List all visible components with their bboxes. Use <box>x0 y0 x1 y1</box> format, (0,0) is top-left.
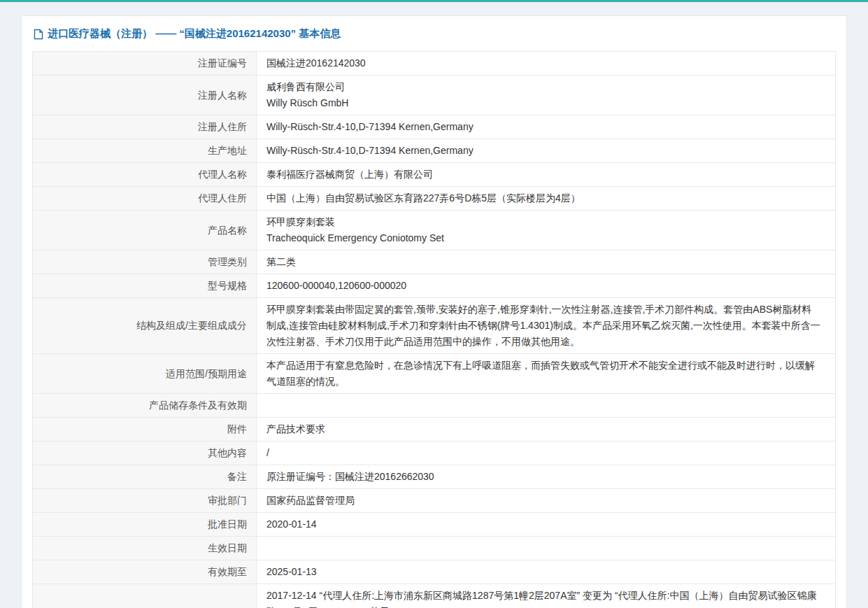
row-label: 附件 <box>33 418 257 441</box>
row-value: / <box>257 441 836 465</box>
row-value-line: 威利鲁西有限公司 <box>266 79 821 95</box>
row-value: 中国（上海）自由贸易试验区东育路227弄6号D栋5层（实际楼层为4层） <box>257 187 836 211</box>
row-value <box>257 537 836 560</box>
row-value: 2020-01-14 <box>257 513 836 537</box>
row-label: 代理人住所 <box>33 187 257 211</box>
table-row: 生效日期 <box>33 537 836 560</box>
row-value-line: 120600-000040,120600-000020 <box>266 278 821 294</box>
table-row: 注册证编号国械注进20162142030 <box>33 52 836 76</box>
row-value: 原注册证编号：国械注进20162662030 <box>257 465 836 489</box>
row-label: 生产地址 <box>33 139 257 163</box>
table-row: 其他内容/ <box>33 441 836 465</box>
row-value-line: / <box>266 445 821 461</box>
row-label: 注册证编号 <box>33 52 257 76</box>
row-value: 产品技术要求 <box>257 418 836 441</box>
row-value-line: 原注册证编号：国械注进20162662030 <box>266 469 821 485</box>
row-value-line: 环甲膜穿刺套装由带固定翼的套管,颈带,安装好的塞子,锥形穿刺针,一次性注射器,连… <box>266 302 821 350</box>
table-row: 备注原注册证编号：国械注进20162662030 <box>33 465 836 489</box>
table-row: 附件产品技术要求 <box>33 418 836 441</box>
row-value-line: 国家药品监督管理局 <box>266 493 821 509</box>
row-value: 2017-12-14 “代理人住所:上海市浦东新区商城路1287号第1幢2层20… <box>257 584 836 608</box>
row-label: 注册人住所 <box>33 115 257 139</box>
table-row: 注册人住所Willy-Rüsch-Str.4-10,D-71394 Kernen… <box>33 115 836 139</box>
row-label: 代理人名称 <box>33 163 257 187</box>
row-value-line: 2020-01-14 <box>266 516 821 532</box>
row-value-line: 第二类 <box>266 254 821 270</box>
row-label: 管理类别 <box>33 250 257 274</box>
row-value: Willy-Rüsch-Str.4-10,D-71394 Kernen,Germ… <box>257 139 836 163</box>
row-label: 生效日期 <box>33 537 257 560</box>
row-value: 国家药品监督管理局 <box>257 489 836 513</box>
row-value-line: 泰利福医疗器械商贸（上海）有限公司 <box>266 167 821 183</box>
table-row: 型号规格120600-000040,120600-000020 <box>33 274 836 298</box>
table-row: 批准日期2020-01-14 <box>33 513 836 537</box>
row-label <box>33 584 257 608</box>
row-label: 备注 <box>33 465 257 489</box>
row-value: 2025-01-13 <box>257 560 836 584</box>
row-label: 适用范围/预期用途 <box>33 354 257 394</box>
top-accent-bar <box>0 0 868 2</box>
page-title: 进口医疗器械（注册） —— “国械注进20162142030” 基本信息 <box>48 27 341 41</box>
row-value-line: 2025-01-13 <box>266 564 821 580</box>
row-label: 注册人名称 <box>33 76 257 115</box>
table-row: 适用范围/预期用途本产品适用于有窒息危险时，在急诊情况下有上呼吸道阻塞，而插管失… <box>33 354 836 394</box>
row-value-line: Willy Rüsch GmbH <box>266 95 821 111</box>
table-row: 2017-12-14 “代理人住所:上海市浦东新区商城路1287号第1幢2层20… <box>33 584 836 608</box>
row-value <box>257 394 836 418</box>
row-value: 第二类 <box>257 250 836 274</box>
table-row: 结构及组成/主要组成成分环甲膜穿刺套装由带固定翼的套管,颈带,安装好的塞子,锥形… <box>33 298 836 354</box>
row-value-line: Willy-Rüsch-Str.4-10,D-71394 Kernen,Germ… <box>266 143 821 159</box>
row-label: 产品储存条件及有效期 <box>33 394 257 418</box>
table-row: 审批部门国家药品监督管理局 <box>33 489 836 513</box>
row-value: 本产品适用于有窒息危险时，在急诊情况下有上呼吸道阻塞，而插管失败或气管切开术不能… <box>257 354 836 394</box>
row-label: 型号规格 <box>33 274 257 298</box>
info-table: 注册证编号国械注进20162142030注册人名称威利鲁西有限公司Willy R… <box>32 51 836 608</box>
table-row: 注册人名称威利鲁西有限公司Willy Rüsch GmbH <box>33 76 836 115</box>
document-icon <box>34 29 43 40</box>
table-row: 代理人住所中国（上海）自由贸易试验区东育路227弄6号D栋5层（实际楼层为4层） <box>33 187 836 211</box>
row-label: 批准日期 <box>33 513 257 537</box>
row-value-line: 环甲膜穿刺套装 <box>266 214 821 230</box>
table-row: 代理人名称泰利福医疗器械商贸（上海）有限公司 <box>33 163 836 187</box>
table-row: 生产地址Willy-Rüsch-Str.4-10,D-71394 Kernen,… <box>33 139 836 163</box>
row-value-line <box>266 540 821 556</box>
row-value-line: 产品技术要求 <box>266 421 821 437</box>
table-row: 管理类别第二类 <box>33 250 836 274</box>
row-value: 泰利福医疗器械商贸（上海）有限公司 <box>257 163 836 187</box>
row-label: 有效期至 <box>33 560 257 584</box>
row-label: 审批部门 <box>33 489 257 513</box>
content-card: 进口医疗器械（注册） —— “国械注进20162142030” 基本信息 注册证… <box>21 15 847 608</box>
row-value: 环甲膜穿刺套装Tracheoquick Emergency Coniotomy … <box>257 211 836 250</box>
row-label: 结构及组成/主要组成成分 <box>33 298 257 354</box>
table-row: 产品名称环甲膜穿刺套装Tracheoquick Emergency Coniot… <box>33 211 836 250</box>
row-value-line <box>266 397 821 413</box>
row-value-line: Tracheoquick Emergency Coniotomy Set <box>266 230 821 246</box>
row-value: 威利鲁西有限公司Willy Rüsch GmbH <box>257 76 836 115</box>
row-value: 环甲膜穿刺套装由带固定翼的套管,颈带,安装好的塞子,锥形穿刺针,一次性注射器,连… <box>257 298 836 354</box>
page-title-row: 进口医疗器械（注册） —— “国械注进20162142030” 基本信息 <box>32 25 836 51</box>
info-table-body: 注册证编号国械注进20162142030注册人名称威利鲁西有限公司Willy R… <box>33 52 836 608</box>
table-row: 产品储存条件及有效期 <box>33 394 836 418</box>
row-label: 产品名称 <box>33 211 257 250</box>
row-value-line: 国械注进20162142030 <box>266 55 821 71</box>
row-value-line: Willy-Rüsch-Str.4-10,D-71394 Kernen,Germ… <box>266 119 821 135</box>
row-value: 国械注进20162142030 <box>257 52 836 76</box>
row-value: 120600-000040,120600-000020 <box>257 274 836 298</box>
row-value-line: 本产品适用于有窒息危险时，在急诊情况下有上呼吸道阻塞，而插管失败或气管切开术不能… <box>266 358 821 390</box>
row-value-line: 2017-12-14 “代理人住所:上海市浦东新区商城路1287号第1幢2层20… <box>266 588 821 608</box>
row-value: Willy-Rüsch-Str.4-10,D-71394 Kernen,Germ… <box>257 115 836 139</box>
table-row: 有效期至2025-01-13 <box>33 560 836 584</box>
row-label: 其他内容 <box>33 441 257 465</box>
row-value-line: 中国（上海）自由贸易试验区东育路227弄6号D栋5层（实际楼层为4层） <box>266 190 821 206</box>
